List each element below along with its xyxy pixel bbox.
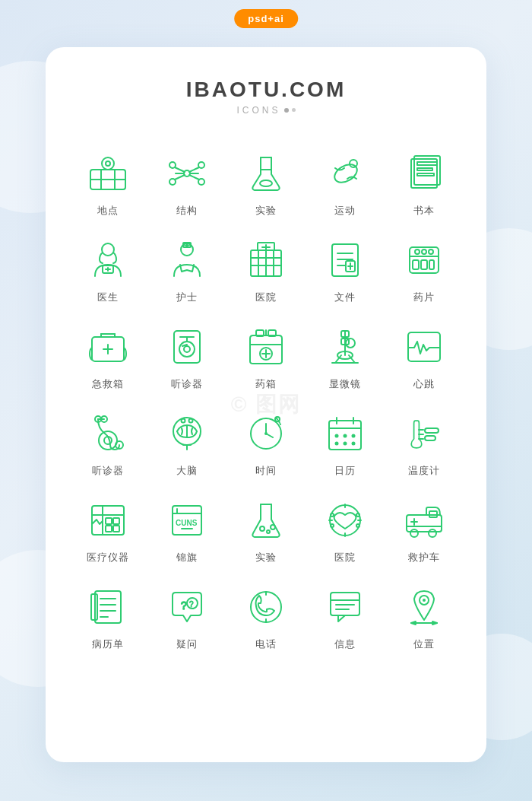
icon-box-document: [321, 236, 369, 284]
document-icon: [325, 240, 366, 281]
calendar-icon: [325, 413, 366, 454]
thermometer-label: 温度计: [408, 464, 440, 478]
icon-box-firstaid: [84, 323, 132, 371]
svg-point-110: [344, 441, 347, 445]
svg-point-130: [267, 530, 270, 533]
icon-item-time: 时间: [226, 399, 306, 485]
svg-point-142: [410, 529, 418, 537]
icon-box-nurse: [163, 236, 211, 284]
phone-icon: [245, 586, 287, 628]
icon-box-calendar: [321, 409, 369, 458]
icon-item-firstaid: 急救箱: [68, 312, 147, 399]
stethoscope2-label: 听诊器: [92, 464, 124, 478]
stethoscope1-icon: [166, 326, 207, 367]
question-label: 疑问: [176, 637, 198, 651]
structure-label: 结构: [176, 204, 198, 218]
svg-point-108: [352, 434, 356, 437]
sport-icon: [325, 153, 366, 194]
icon-box-medical-device: [84, 496, 132, 545]
svg-point-19: [260, 180, 272, 186]
svg-point-5: [106, 161, 110, 166]
svg-point-69: [184, 346, 190, 352]
icon-item-question: ? ? 疑问: [147, 572, 226, 659]
icon-box-banner: CUNS: [163, 496, 211, 545]
svg-line-13: [175, 167, 185, 172]
icon-item-calendar: 日历: [306, 399, 385, 485]
svg-rect-56: [413, 260, 419, 269]
icon-box-stethoscope1: [163, 323, 211, 371]
icon-item-location: 地点: [68, 138, 147, 225]
svg-point-143: [429, 529, 436, 537]
icon-item-banner: CUNS 锦旗: [147, 485, 226, 572]
icon-item-thermometer: 温度计: [385, 399, 464, 485]
ambulance-label: 救护车: [408, 551, 440, 564]
icon-box-stethoscope2: [84, 409, 132, 458]
svg-line-15: [175, 175, 185, 180]
svg-point-4: [102, 157, 114, 170]
heartbeat-icon: [404, 326, 445, 367]
hospital-label: 医院: [255, 291, 277, 304]
icon-item-medical-device: 医疗仪器: [68, 485, 147, 572]
svg-text:?: ?: [181, 599, 187, 612]
icon-box-ambulance: [400, 496, 448, 545]
icon-box-hospital: [242, 236, 290, 284]
svg-rect-120: [106, 518, 112, 524]
icon-item-hospital: 医院: [226, 225, 306, 312]
svg-point-100: [264, 432, 268, 435]
icon-grid: 地点: [68, 138, 464, 659]
pill-icon: [404, 240, 445, 281]
hospital-icon: [245, 240, 287, 281]
site-title: IBAOTU.COM: [68, 78, 464, 102]
dot2: [292, 108, 296, 112]
nurse-icon: [166, 240, 207, 281]
brain-icon: [166, 413, 207, 454]
svg-rect-26: [417, 173, 434, 176]
brain-label: 大脑: [176, 464, 198, 478]
position-label: 位置: [413, 637, 435, 651]
icon-box-heartbeat: [400, 323, 448, 371]
svg-point-140: [356, 524, 359, 527]
icon-box-book: [400, 149, 448, 198]
time-icon: [245, 413, 287, 454]
thermometer-icon: [404, 413, 445, 454]
icon-item-medbox: 药箱: [226, 312, 306, 399]
experiment2-icon: [245, 500, 287, 541]
icon-item-stethoscope2: 听诊器: [68, 399, 147, 485]
medbox-label: 药箱: [255, 377, 277, 391]
icon-item-ambulance: 救护车: [385, 485, 464, 572]
book-icon: [404, 153, 445, 194]
svg-point-66: [179, 342, 195, 357]
document-label: 文件: [334, 291, 356, 304]
icon-box-phone: [242, 583, 290, 631]
icon-item-experiment1: 实验: [226, 138, 306, 225]
svg-point-106: [335, 434, 339, 437]
icon-box-pill: [400, 236, 448, 284]
icon-item-message: 信息: [306, 572, 385, 659]
svg-rect-121: [113, 518, 119, 524]
phone-label: 电话: [255, 637, 277, 651]
calendar-label: 日历: [334, 464, 356, 478]
icon-item-structure: 结构: [147, 138, 226, 225]
icon-item-pill: 药片: [385, 225, 464, 312]
icon-box-brain: [163, 409, 211, 458]
svg-point-131: [271, 525, 275, 529]
message-icon: [325, 586, 366, 628]
icon-box-sport: [321, 149, 369, 198]
icon-item-doctor: 医生: [68, 225, 147, 312]
icon-box-medbox: [242, 323, 290, 371]
question-icon: ? ?: [166, 586, 207, 628]
icon-box-thermometer: [400, 409, 448, 458]
subtitle-text: ICONS: [236, 105, 280, 116]
microscope-label: 显微镜: [329, 377, 361, 391]
card-header: IBAOTU.COM ICONS: [68, 78, 464, 116]
svg-point-53: [415, 250, 420, 254]
svg-rect-57: [421, 260, 427, 269]
svg-rect-122: [106, 526, 112, 532]
icon-box-hospital2: [321, 496, 369, 545]
svg-point-139: [331, 524, 334, 527]
svg-text:?: ?: [189, 600, 194, 609]
location-label: 地点: [97, 204, 119, 218]
heartbeat-label: 心跳: [413, 377, 435, 391]
icon-item-experiment2: 实验: [226, 485, 306, 572]
hospital2-label: 医院: [334, 551, 356, 564]
